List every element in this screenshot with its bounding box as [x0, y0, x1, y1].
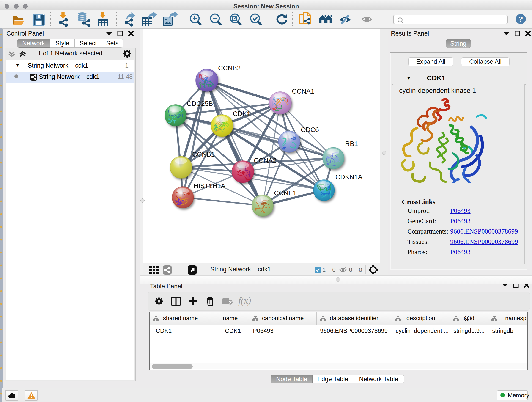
svg-text:CCNE1: CCNE1	[274, 189, 297, 197]
svg-text:CDK1: CDK1	[233, 110, 250, 117]
svg-text:CCNA2: CCNA2	[254, 157, 276, 164]
svg-text:CDC6: CDC6	[301, 126, 319, 133]
svg-text:?: ?	[519, 15, 523, 23]
svg-text:HIST1H1A: HIST1H1A	[194, 182, 225, 190]
svg-text:CCNB1: CCNB1	[192, 151, 215, 158]
svg-text:CCNA1: CCNA1	[292, 88, 314, 95]
svg-text:CDKN1A: CDKN1A	[336, 173, 362, 181]
svg-text:RB1: RB1	[345, 140, 358, 147]
svg-text:CDC25B: CDC25B	[187, 100, 213, 107]
svg-text:CCNB2: CCNB2	[218, 64, 241, 72]
